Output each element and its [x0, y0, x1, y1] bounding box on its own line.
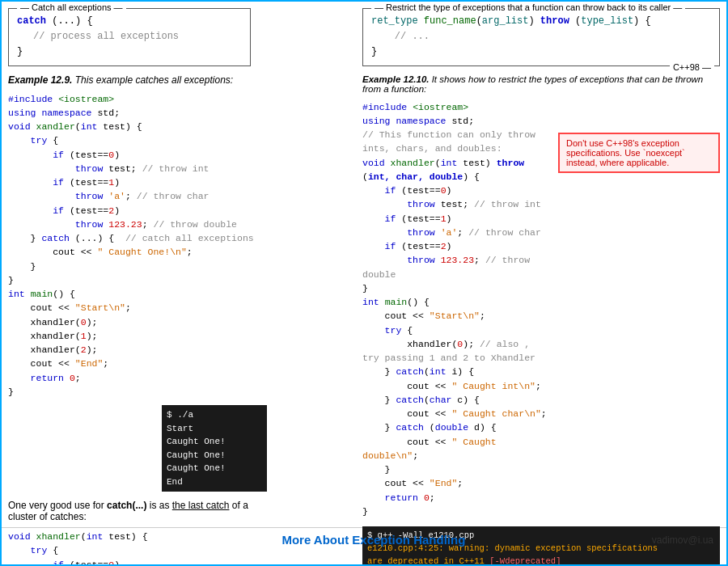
catch-comment: // process all exceptions	[33, 31, 179, 42]
catch-close: }	[17, 46, 23, 57]
example1-title: Example 12.9. This example catches all e…	[8, 74, 356, 86]
catch-kw: catch	[17, 15, 46, 27]
footer-email: vadimov@i.ua	[652, 534, 713, 546]
ret-type: ret_type	[371, 15, 418, 27]
catch-all-label: — Catch all exceptions —	[17, 2, 126, 12]
example2-title: Example 12.10. It shows how to restrict …	[362, 74, 720, 94]
cpp98-label: C++98 —	[670, 62, 714, 72]
footer-title: More About Exception Handling	[95, 533, 652, 547]
terminal-1: $ ./a Start Caught One! Caught One! Caug…	[162, 405, 267, 492]
right-column: — Restrict the type of exceptions that a…	[362, 8, 720, 521]
code-block-right: #include <iostream> using namespace std;…	[362, 100, 552, 519]
left-column: — Catch all exceptions — catch (...) { /…	[8, 8, 356, 521]
restrict-label: — Restrict the type of exceptions that a…	[371, 2, 685, 12]
catch-paren: (...) {	[52, 15, 92, 27]
catch-para: One very good use for catch(...) is as t…	[8, 500, 356, 522]
code-block-1: #include <iostream> using namespace std;…	[8, 92, 356, 399]
warning-box: Don't use C++98's exception specificatio…	[558, 133, 720, 173]
